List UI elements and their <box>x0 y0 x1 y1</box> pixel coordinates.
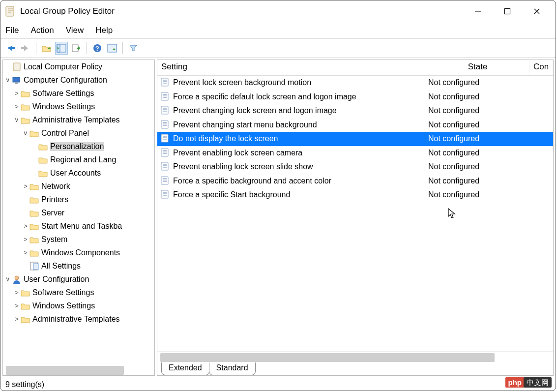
chevron-icon[interactable]: > <box>22 182 29 190</box>
tree-user-accounts[interactable]: User Accounts <box>3 166 154 180</box>
column-setting[interactable]: Setting <box>157 60 426 75</box>
setting-row[interactable]: Force a specific Start background Not co… <box>157 188 553 202</box>
setting-state: Not configured <box>426 106 553 115</box>
tree-label: Network <box>41 182 70 191</box>
tree-administrative-templates[interactable]: ∨ Administrative Templates <box>3 113 154 126</box>
chevron-icon[interactable]: > <box>13 315 21 323</box>
tree-label: Administrative Templates <box>32 116 120 124</box>
close-button[interactable] <box>522 0 552 22</box>
view-options-button[interactable] <box>106 42 118 55</box>
column-state[interactable]: State <box>426 60 529 75</box>
setting-row[interactable]: Prevent enabling lock screen slide show … <box>157 160 553 174</box>
setting-name: Prevent lock screen background motion <box>173 78 426 87</box>
tree-network[interactable]: > Network <box>3 180 154 193</box>
help-button[interactable]: ? <box>91 42 104 55</box>
status-text: 9 setting(s) <box>5 380 44 389</box>
tree-label: Personalization <box>50 142 104 151</box>
chevron-icon[interactable]: > <box>13 289 21 296</box>
setting-state: Not configured <box>426 78 553 87</box>
maximize-button[interactable] <box>493 0 522 22</box>
tree-uc-admin[interactable]: > Administrative Templates <box>3 312 154 326</box>
up-button[interactable] <box>40 42 53 55</box>
tab-extended[interactable]: Extended <box>161 362 209 375</box>
back-button[interactable] <box>4 42 17 55</box>
policy-icon <box>160 92 170 102</box>
list-horizontal-scrollbar[interactable] <box>157 353 553 362</box>
setting-row[interactable]: Prevent lock screen background motion No… <box>157 76 553 90</box>
settings-list-pane: Setting State Con Prevent lock screen ba… <box>157 60 554 376</box>
tree-system[interactable]: > System <box>3 233 154 246</box>
setting-name: Prevent enabling lock screen slide show <box>173 162 426 171</box>
chevron-icon[interactable]: > <box>22 249 29 256</box>
chevron-icon[interactable]: ∨ <box>22 129 29 137</box>
chevron-icon[interactable]: ∨ <box>4 275 12 283</box>
setting-name: Force a specific background and accent c… <box>173 177 426 185</box>
tree-regional[interactable]: Regional and Lang <box>3 153 154 166</box>
svg-rect-13 <box>21 47 26 49</box>
tree-pane[interactable]: Local Computer Policy ∨ Computer Configu… <box>2 60 155 376</box>
setting-name: Do not display the lock screen <box>173 134 426 143</box>
tree-label: Control Panel <box>41 129 89 138</box>
menu-view[interactable]: View <box>66 26 84 35</box>
policy-icon <box>160 190 170 200</box>
setting-row[interactable]: Prevent changing lock screen and logon i… <box>157 104 553 118</box>
chevron-icon[interactable]: ∨ <box>13 116 21 123</box>
setting-state: Not configured <box>426 162 553 171</box>
tree-software-settings[interactable]: > Software Settings <box>3 87 154 100</box>
tree-control-panel[interactable]: ∨ Control Panel <box>3 126 154 140</box>
toolbar: ? <box>0 39 556 58</box>
tree-uc-software[interactable]: > Software Settings <box>3 286 154 299</box>
column-headers[interactable]: Setting State Con <box>157 60 553 76</box>
chevron-icon[interactable]: > <box>22 236 29 243</box>
tree-windows-components[interactable]: > Windows Components <box>3 246 154 259</box>
tree-start-menu[interactable]: > Start Menu and Taskba <box>3 219 154 233</box>
chevron-icon[interactable]: > <box>13 103 21 110</box>
chevron-icon[interactable]: > <box>13 90 21 97</box>
setting-row[interactable]: Prevent enabling lock screen camera Not … <box>157 146 553 160</box>
tree-uc-windows[interactable]: > Windows Settings <box>3 299 154 312</box>
tree-all-settings[interactable]: All Settings <box>3 259 154 272</box>
tree-computer-configuration[interactable]: ∨ Computer Configuration <box>3 73 154 87</box>
tree-user-configuration[interactable]: ∨ User Configuration <box>3 272 154 286</box>
setting-state: Not configured <box>426 190 553 199</box>
policy-icon <box>160 134 170 144</box>
setting-row[interactable]: Do not display the lock screen Not confi… <box>157 132 553 146</box>
tree-label: Administrative Templates <box>32 315 120 324</box>
tree-printers[interactable]: Printers <box>3 193 154 206</box>
app-icon <box>4 5 16 17</box>
forward-button[interactable] <box>19 42 32 55</box>
policy-icon <box>160 176 170 186</box>
tree-label: Software Settings <box>32 288 94 297</box>
tree-windows-settings[interactable]: > Windows Settings <box>3 100 154 113</box>
chevron-icon[interactable]: ∨ <box>4 76 12 84</box>
setting-state: Not configured <box>426 121 553 129</box>
setting-row[interactable]: Force a specific default lock screen and… <box>157 90 553 104</box>
menu-file[interactable]: File <box>5 26 19 35</box>
filter-button[interactable] <box>127 42 140 55</box>
menu-help[interactable]: Help <box>95 26 113 35</box>
tab-standard[interactable]: Standard <box>209 362 256 375</box>
svg-point-25 <box>15 276 19 280</box>
setting-name: Force a specific default lock screen and… <box>173 92 426 101</box>
watermark-logo: php中文网 <box>505 378 552 388</box>
export-button[interactable] <box>70 42 83 55</box>
svg-rect-20 <box>13 63 20 71</box>
tree-label: Regional and Lang <box>50 155 116 164</box>
tree-server[interactable]: Server <box>3 206 154 219</box>
tree-personalization[interactable]: Personalization <box>3 140 154 153</box>
tree-root[interactable]: Local Computer Policy <box>3 60 154 73</box>
tree-horizontal-scrollbar[interactable] <box>3 365 154 375</box>
tree-label: System <box>41 235 67 244</box>
show-tree-button[interactable] <box>55 42 68 55</box>
setting-name: Prevent changing lock screen and logon i… <box>173 106 426 115</box>
chevron-icon[interactable]: > <box>22 222 29 230</box>
setting-row[interactable]: Force a specific background and accent c… <box>157 174 553 188</box>
tree-label: Computer Configuration <box>24 76 107 85</box>
menu-action[interactable]: Action <box>30 26 54 35</box>
tree-label: User Accounts <box>50 169 101 178</box>
setting-row[interactable]: Prevent changing start menu background N… <box>157 118 553 132</box>
chevron-icon[interactable]: > <box>13 302 21 309</box>
column-con[interactable]: Con <box>529 60 553 75</box>
tree-label: Printers <box>41 195 68 204</box>
minimize-button[interactable] <box>463 0 493 22</box>
